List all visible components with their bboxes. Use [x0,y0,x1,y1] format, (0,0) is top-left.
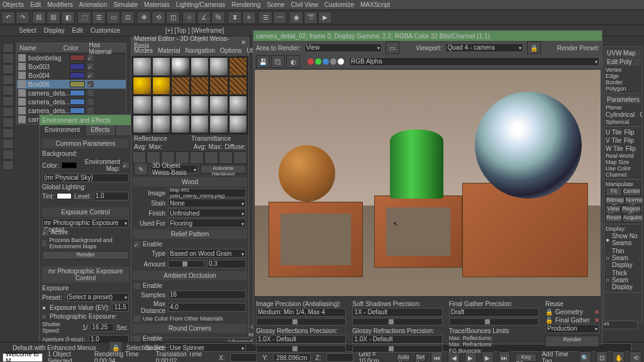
material-id-icon[interactable] [233,151,247,164]
col-color[interactable]: Color [64,45,88,52]
sub-edit[interactable]: Edit [72,27,83,34]
material-slot[interactable] [152,96,171,114]
material-slot[interactable] [209,57,228,76]
usedfor-dropdown[interactable]: Flooring [168,219,246,228]
clone-icon[interactable]: ⿻ [271,55,285,68]
mat-menu-material[interactable]: Material [158,47,180,56]
display-bones-icon[interactable] [3,118,14,128]
lock-icon[interactable]: 🔒 [527,41,541,54]
material-slot[interactable] [229,96,248,114]
material-slot[interactable] [171,115,190,134]
material-name-input[interactable]: 3D Objekt Weiss-Basis [150,165,198,173]
menu-objects[interactable]: Objects [3,1,24,8]
align-button[interactable]: ≡ [242,11,256,24]
render-output-viewport[interactable]: ↖ [255,70,601,296]
display-cameras-icon[interactable] [3,85,14,96]
modifier-uvw[interactable]: UVW Map [606,49,641,57]
tab-environment[interactable]: Environment [40,125,86,135]
save-image-icon[interactable]: 💾 [256,55,270,68]
viewport-label[interactable]: [+] [Top ] [Wireframe] [165,27,224,34]
final-gather-slider[interactable] [449,318,539,326]
redo-button[interactable]: ↷ [16,11,30,24]
menu-modifiers[interactable]: Modifiers [47,1,73,8]
material-slot[interactable] [171,57,190,76]
material-slot[interactable] [229,77,248,96]
display-groups-icon[interactable] [3,128,14,138]
undo-button[interactable]: ↶ [1,11,15,24]
relief-type-dropdown[interactable]: Based on Wood Grain [168,249,246,258]
ao-enable-check[interactable] [134,283,140,289]
display-xrefs-icon[interactable] [3,139,14,149]
material-editor-button[interactable]: ◉ [289,11,303,24]
render-titlebar[interactable]: camera_detail_02, frame 0, Display Gamma… [253,31,602,41]
color-swatch[interactable] [70,72,85,79]
delete-icon[interactable]: ✕ [594,317,599,324]
ev-input[interactable]: 11.5 [112,303,129,312]
env-panel-title[interactable]: Environment and Effects [40,115,131,125]
color-swatch[interactable] [70,63,85,70]
curve-editor-button[interactable]: 〰 [273,11,287,24]
prompt-area[interactable]: Welcome to M [3,353,43,362]
menu-scene[interactable]: Scene [267,1,284,8]
material-slot[interactable] [229,57,248,76]
display-shapes-icon[interactable] [3,64,14,74]
render-preview-button[interactable]: Render [42,251,129,260]
round-enable-check[interactable] [134,336,140,342]
tab-effects[interactable]: Effects [86,125,115,135]
shutter-input[interactable]: 16.25 [90,323,114,332]
material-slot[interactable] [191,96,209,114]
amount-input[interactable]: 0.3 [207,260,246,268]
window-crossing-button[interactable]: ⊡ [121,11,135,24]
scene-row[interactable]: Box006 [17,80,126,89]
blue-channel-icon[interactable] [323,58,329,65]
area-dropdown[interactable]: View [304,43,382,52]
green-channel-icon[interactable] [315,58,321,65]
acquire-button[interactable]: Acquire [623,214,643,222]
glossy-refl-slider[interactable] [256,345,346,353]
red-channel-icon[interactable] [308,58,314,65]
menu-lighting[interactable]: Lighting/Cameras [176,1,225,8]
pick-material-icon[interactable]: ✎ [134,163,148,175]
display-hidden-icon[interactable] [3,160,14,170]
mat-menu-modes[interactable]: Modes [134,47,153,56]
col-material[interactable]: Has Material [89,41,123,55]
menu-civilview[interactable]: Civil View [291,1,318,8]
img-precision-slider[interactable] [256,318,346,326]
scene-row[interactable]: camera_deta... [17,106,126,115]
scene-row[interactable]: camera_deta... [17,89,126,97]
material-slot[interactable] [191,77,209,96]
mat-menu-navigation[interactable]: Navigation [186,47,215,56]
color-swatch[interactable] [70,107,85,114]
render-setup-button[interactable]: 🎬 [304,11,318,24]
display-spacewarps-icon[interactable] [3,107,14,117]
source-dropdown[interactable]: Use Spinner [168,343,246,352]
level-input[interactable]: 1.0 [94,192,129,200]
region-icon[interactable]: ▭ [386,41,399,54]
lock-icon[interactable]: 🔓 [545,317,553,324]
viewport-dropdown[interactable]: Quad 4 - camera [445,43,523,52]
material-slot[interactable] [209,96,228,114]
material-slot[interactable] [133,96,152,114]
material-slot[interactable] [171,77,190,96]
link-button[interactable]: ⛓ [32,11,46,24]
lock-icon[interactable]: 🔒 [545,309,553,315]
material-slot[interactable] [209,115,228,134]
select-region-button[interactable]: ▭ [106,11,120,24]
display-geometry-icon[interactable] [3,53,14,63]
get-material-icon[interactable] [132,151,146,164]
modifier-editpoly[interactable]: Edit Poly [606,58,641,66]
material-slot[interactable] [133,57,152,76]
image-map-button[interactable]: Map #51 (wild_cherry_cherry.png) [168,189,246,197]
scale-button[interactable]: ◫ [166,11,180,24]
sub-select[interactable]: Select [19,27,36,34]
menu-simulate[interactable]: Simulate [113,1,138,8]
material-slot[interactable] [171,96,190,114]
production-dropdown[interactable]: Production [545,324,599,333]
view-align-button[interactable]: View Align [606,205,621,214]
bg-color-swatch[interactable] [62,162,77,168]
delete-icon[interactable]: ✕ [594,309,599,315]
active-check[interactable] [42,229,48,236]
tint-swatch[interactable] [57,193,72,199]
bitmap-fit-button[interactable]: Bitmap Fit [606,196,625,205]
mono-channel-icon[interactable] [338,58,344,65]
